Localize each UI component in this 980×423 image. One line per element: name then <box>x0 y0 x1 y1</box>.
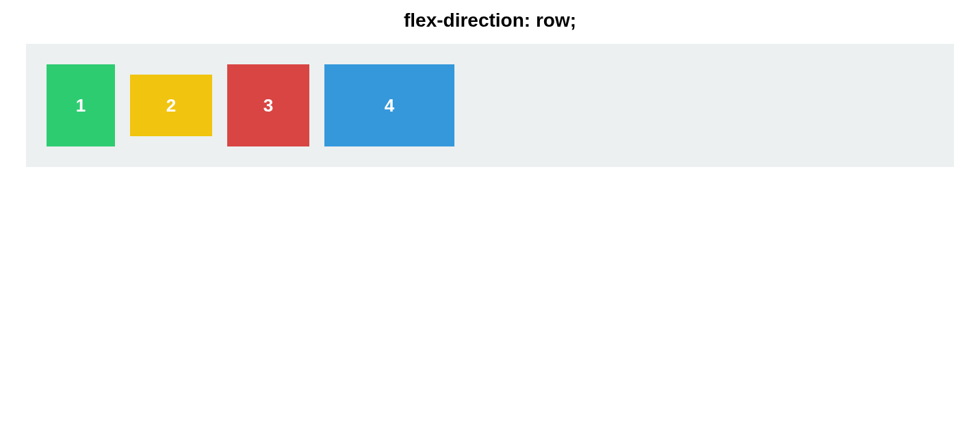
page-title: flex-direction: row; <box>0 0 980 44</box>
flex-item-3: 3 <box>227 64 309 146</box>
flex-item-1: 1 <box>47 64 115 146</box>
flex-container: 1 2 3 4 <box>26 44 954 167</box>
flex-item-2: 2 <box>130 75 212 136</box>
flex-item-4: 4 <box>324 64 454 146</box>
